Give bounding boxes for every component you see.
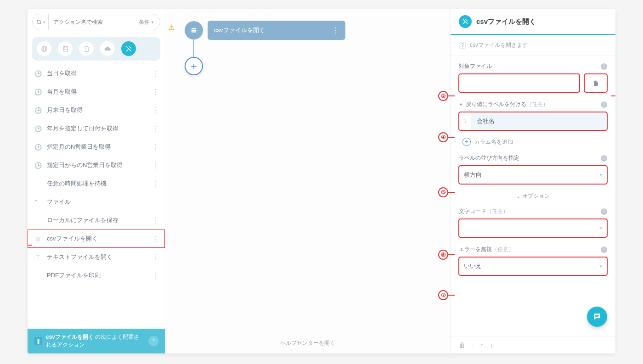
ignore-select[interactable]: いいえ <box>459 257 607 275</box>
group-header-file[interactable]: ⌃ファイル <box>28 193 165 211</box>
annotation-5: ⑤ <box>438 187 448 197</box>
panel-header: csvファイルを開く <box>451 9 615 35</box>
info-icon[interactable]: i <box>601 101 607 108</box>
property-panel: csvファイルを開く ? csvファイルを開きます 対象ファイルi ▼戻り値にラ… <box>450 9 615 353</box>
svg-rect-13 <box>595 315 599 316</box>
action-item[interactable]: 🕒指定日からのN営業日を取得⋮ <box>28 156 165 174</box>
building-icon[interactable] <box>58 41 73 56</box>
sidebar-footer-hint[interactable]: ❚ csvファイルを開く の次によく配置されるアクション ⌃ <box>28 329 165 353</box>
more-icon[interactable]: ⋮ <box>152 271 158 280</box>
node-card[interactable]: csvファイルを開く⋮ <box>208 21 345 40</box>
direction-select[interactable]: 横方向 <box>459 166 607 184</box>
arrow-up-icon[interactable]: ↑ <box>480 341 484 349</box>
node-circle-icon[interactable] <box>185 21 203 39</box>
file-icon[interactable] <box>79 41 94 56</box>
annotation-4: ④ <box>438 132 448 142</box>
action-item[interactable]: 🕒月末日を取得⋮ <box>28 101 165 119</box>
tools-icon[interactable] <box>121 41 136 56</box>
info-icon[interactable]: i <box>601 63 607 70</box>
chevron-up-icon: ⌃ <box>34 199 42 205</box>
options-header[interactable]: オプション <box>459 192 607 200</box>
action-item[interactable]: 🕒指定月のN営業日を取得⋮ <box>28 138 165 156</box>
action-item[interactable]: 🕒当日を取得⋮ <box>28 64 165 83</box>
arrow-down-icon[interactable]: ↓ <box>490 341 494 349</box>
trash-icon[interactable]: 🗑 <box>459 341 466 349</box>
charset-label: 文字コード（任意）i <box>459 207 607 215</box>
text-icon: T <box>34 254 42 261</box>
search-icon[interactable] <box>32 14 49 30</box>
csv-icon: ▦ <box>34 236 42 242</box>
info-icon[interactable]: i <box>601 208 607 215</box>
svg-rect-8 <box>64 49 65 50</box>
sidebar: 条件 🕒当日を取得⋮ 🕒当月を取得⋮ 🕒月末日を取得⋮ 🕒年月を指定して日付を取… <box>28 9 165 353</box>
label-row[interactable]: 1 会社名 <box>459 112 607 130</box>
return-label-header[interactable]: ▼戻り値にラベルを付ける（任意）i <box>459 101 607 108</box>
help-center-link[interactable]: ヘルプセンターを開く <box>165 333 450 353</box>
svg-point-0 <box>37 20 40 23</box>
more-icon[interactable]: ⋮ <box>152 161 158 170</box>
action-item[interactable]: ローカルにファイルを保存⋮ <box>28 211 165 230</box>
more-icon[interactable]: ⋮ <box>152 143 158 151</box>
action-list: 🕒当日を取得⋮ 🕒当月を取得⋮ 🕒月末日を取得⋮ 🕒年月を指定して日付を取得⋮ … <box>28 64 165 329</box>
action-item[interactable]: PDFファイルを印刷⋮ <box>28 266 165 285</box>
more-icon[interactable]: ⋮ <box>152 88 158 96</box>
annotation-2: ② <box>438 91 448 101</box>
more-icon[interactable]: ⋮ <box>152 179 158 188</box>
svg-rect-12 <box>192 31 197 32</box>
action-item[interactable]: 🕒当月を取得⋮ <box>28 83 165 101</box>
label-value[interactable]: 会社名 <box>471 112 607 130</box>
help-icon[interactable]: ? <box>459 42 466 49</box>
chat-fab-button[interactable] <box>587 307 607 327</box>
triangle-down-icon: ▼ <box>459 102 463 107</box>
file-picker-button[interactable] <box>584 74 607 92</box>
add-column-button[interactable]: +カラム名を追加 <box>459 135 607 154</box>
workflow-node[interactable]: csvファイルを開く⋮ ＋ <box>185 21 203 39</box>
panel-title: csvファイルを開く <box>476 17 536 26</box>
panel-footer: 🗑 | ↑ ↓ <box>451 336 615 353</box>
svg-line-1 <box>40 23 41 24</box>
cloud-icon[interactable] <box>100 41 115 56</box>
charset-select[interactable] <box>459 219 607 237</box>
svg-rect-9 <box>66 49 67 50</box>
clock-icon: 🕒 <box>34 107 42 114</box>
plus-icon: + <box>463 138 471 146</box>
ignore-label: エラーを無視（任意）i <box>459 246 607 253</box>
svg-rect-5 <box>63 46 68 51</box>
clock-icon: 🕒 <box>34 125 42 132</box>
category-icon-strip <box>32 37 160 61</box>
more-icon[interactable]: ⋮ <box>332 26 339 35</box>
more-icon[interactable]: ⋮ <box>152 216 158 225</box>
more-icon[interactable]: ⋮ <box>152 235 158 243</box>
more-icon[interactable]: ⋮ <box>152 253 158 262</box>
globe-icon[interactable] <box>37 41 51 56</box>
chevron-up-icon[interactable]: ⌃ <box>148 336 158 346</box>
more-icon[interactable]: ⋮ <box>152 124 158 133</box>
svg-rect-11 <box>192 30 197 31</box>
warning-icon[interactable]: ⚠ <box>168 23 175 32</box>
search-condition-button[interactable]: 条件 <box>132 14 160 30</box>
action-item[interactable]: 任意の時間処理を待機⋮ <box>28 174 165 193</box>
svg-rect-7 <box>66 47 67 48</box>
target-file-input[interactable] <box>459 74 580 92</box>
clock-icon: 🕒 <box>34 89 42 95</box>
connector-line <box>193 39 194 58</box>
workflow-canvas: ⚠ csvファイルを開く⋮ ＋ ヘルプセンターを開く <box>165 9 450 353</box>
more-icon[interactable]: ⋮ <box>152 69 158 78</box>
annotation-7: ⑦ <box>438 290 448 300</box>
action-item-csv-open[interactable]: ▦csvファイルを開く⋮ <box>28 230 165 248</box>
annotation-6: ⑥ <box>438 250 448 260</box>
add-node-button[interactable]: ＋ <box>185 57 203 75</box>
info-icon[interactable]: i <box>601 246 607 253</box>
search-input[interactable] <box>49 14 132 30</box>
clock-icon: 🕒 <box>34 70 42 77</box>
info-icon[interactable]: i <box>601 155 607 162</box>
label-index: 1 <box>459 112 471 130</box>
svg-rect-14 <box>595 316 598 317</box>
more-icon[interactable]: ⋮ <box>152 106 158 115</box>
search-bar: 条件 <box>28 9 165 35</box>
action-item[interactable]: Tテキストファイルを開く⋮ <box>28 248 165 266</box>
tools-icon <box>459 15 472 28</box>
action-item[interactable]: 🕒年月を指定して日付を取得⋮ <box>28 119 165 138</box>
svg-rect-10 <box>192 28 197 29</box>
hint-icon: ❚ <box>34 337 42 345</box>
